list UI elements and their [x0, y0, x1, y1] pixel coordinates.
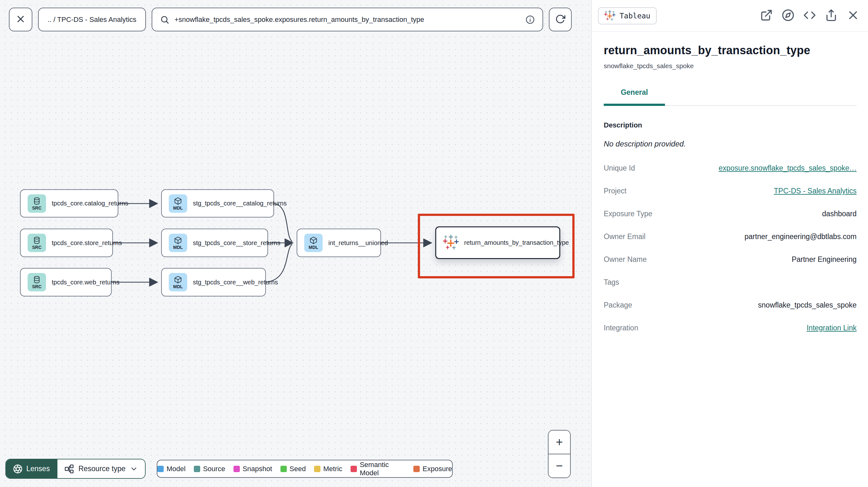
tableau-logo-plus: +	[610, 18, 614, 21]
zoom-control: + −	[548, 430, 571, 478]
legend-swatch	[157, 466, 164, 472]
node-label: tpcds_core.catalog_returns	[52, 200, 128, 207]
detail-row-link[interactable]: Integration Link	[807, 324, 857, 332]
node-label: int_returns__unioned	[328, 239, 388, 247]
chip-label: MDL	[173, 245, 183, 250]
detail-row-link[interactable]: TPC-DS - Sales Analytics	[774, 187, 857, 195]
lineage-node-model[interactable]: MDLint_returns__unioned	[297, 229, 381, 257]
share-button[interactable]	[825, 9, 838, 23]
detail-row: Tags	[604, 271, 857, 294]
node-label: stg_tpcds_core__web_returns	[193, 279, 278, 286]
lineage-node-model[interactable]: MDLstg_tpcds_core__web_returns	[161, 268, 266, 296]
view-code-button[interactable]	[803, 9, 816, 23]
open-external-button[interactable]	[760, 9, 773, 23]
lineage-search	[152, 8, 543, 31]
chip-label: SRC	[32, 206, 41, 210]
legend-item: Metric	[314, 465, 342, 473]
legend-swatch	[350, 466, 357, 472]
selected-node-highlight	[418, 214, 575, 279]
legend-label: Metric	[323, 465, 342, 473]
legend-swatch	[280, 466, 287, 472]
node-label: stg_tpcds_core__catalog_returns	[193, 200, 287, 207]
compass-icon	[782, 9, 795, 23]
lineage-node-source[interactable]: SRCtpcds_core.store_returns	[20, 229, 113, 257]
legend-swatch	[413, 466, 420, 472]
detail-row-label: Package	[604, 301, 632, 310]
detail-rows: Unique Idexposure.snowflake_tpcds_sales_…	[604, 157, 857, 339]
legend-swatch	[234, 466, 240, 472]
zoom-out-button[interactable]: −	[549, 454, 570, 478]
legend-label: Exposure	[423, 465, 452, 473]
legend-label: Source	[203, 465, 225, 473]
node-label: stg_tpcds_core__store_returns	[193, 239, 280, 247]
lens-controls: Lenses Resource type	[5, 459, 146, 479]
model-chip-icon: MDL	[169, 234, 187, 252]
zoom-in-button[interactable]: +	[549, 430, 570, 454]
node-label: tpcds_core.store_returns	[52, 239, 122, 247]
tab-general[interactable]: General	[604, 88, 665, 106]
detail-row-value: partner_engineering@dbtlabs.com	[745, 232, 857, 241]
search-icon	[160, 15, 169, 24]
close-icon	[15, 13, 26, 25]
detail-row-value: Partner Engineering	[792, 255, 857, 264]
chip-label: MDL	[173, 284, 183, 289]
tableau-logo-plus: +	[608, 9, 612, 14]
resource-type-dropdown[interactable]: Resource type	[57, 459, 145, 478]
lineage-node-source[interactable]: SRCtpcds_core.catalog_returns	[20, 189, 118, 218]
detail-row: Packagesnowflake_tpcds_sales_spoke	[604, 294, 857, 317]
chip-label: SRC	[32, 245, 41, 250]
lineage-node-model[interactable]: MDLstg_tpcds_core__catalog_returns	[161, 189, 274, 218]
lineage-edge	[266, 244, 292, 282]
tableau-logo-plus: +	[612, 10, 615, 13]
node-label: tpcds_core.web_returns	[52, 279, 119, 286]
lenses-label: Lenses	[26, 464, 50, 473]
tableau-logo-icon: ++++++++	[604, 10, 615, 21]
explore-button[interactable]	[782, 9, 795, 23]
panel-body: return_amounts_by_transaction_type snowf…	[592, 32, 868, 339]
info-icon[interactable]	[525, 15, 535, 24]
model-chip-icon: MDL	[304, 234, 323, 252]
details-panel: ++++++++ Tableau return_amounts_by_trans…	[591, 0, 868, 487]
detail-row-link[interactable]: exposure.snowflake_tpcds_sales_spoke…	[719, 164, 857, 172]
legend-swatch	[194, 466, 200, 472]
lineage-topbar: .. / TPC-DS - Sales Analytics	[9, 8, 572, 31]
panel-tabs: General	[604, 88, 857, 106]
detail-row: IntegrationIntegration Link	[604, 317, 857, 339]
legend-label: Seed	[290, 465, 306, 473]
package-subtitle: snowflake_tpcds_sales_spoke	[604, 62, 857, 70]
model-chip-icon: MDL	[169, 194, 187, 213]
detail-row-label: Owner Email	[604, 232, 646, 241]
lineage-node-model[interactable]: MDLstg_tpcds_core__store_returns	[161, 229, 268, 257]
close-panel-button[interactable]	[846, 8, 860, 23]
breadcrumb[interactable]: .. / TPC-DS - Sales Analytics	[38, 8, 146, 31]
description-heading: Description	[604, 121, 857, 129]
detail-row: ProjectTPC-DS - Sales Analytics	[604, 180, 857, 202]
lenses-button[interactable]: Lenses	[6, 459, 57, 478]
resource-type-icon	[64, 464, 74, 474]
detail-row: Owner NamePartner Engineering	[604, 248, 857, 271]
legend-item: Seed	[280, 465, 306, 473]
close-lineage-button[interactable]	[9, 8, 32, 31]
tableau-badge-label: Tableau	[620, 12, 650, 20]
legend-swatch	[314, 466, 320, 472]
detail-row-label: Tags	[604, 278, 619, 287]
search-input[interactable]	[175, 15, 518, 24]
source-chip-icon: SRC	[28, 234, 46, 252]
external-link-icon	[760, 9, 773, 23]
chip-label: SRC	[32, 284, 41, 289]
detail-row-label: Integration	[604, 324, 638, 332]
chip-label: MDL	[309, 245, 318, 250]
detail-row: Unique Idexposure.snowflake_tpcds_sales_…	[604, 157, 857, 180]
app: SRCtpcds_core.catalog_returnsSRCtpcds_co…	[0, 0, 868, 487]
legend-item: Exposure	[413, 465, 452, 473]
chip-label: MDL	[173, 206, 183, 210]
legend-item: Snapshot	[234, 465, 272, 473]
tableau-logo-plus: +	[605, 10, 608, 13]
lineage-node-source[interactable]: SRCtpcds_core.web_returns	[20, 268, 112, 296]
refresh-lineage-button[interactable]	[549, 8, 572, 31]
source-chip-icon: SRC	[28, 194, 46, 213]
panel-actions	[760, 8, 860, 23]
detail-row-label: Unique Id	[604, 164, 635, 172]
lineage-canvas[interactable]: SRCtpcds_core.catalog_returnsSRCtpcds_co…	[0, 0, 591, 487]
detail-row-value: snowflake_tpcds_sales_spoke	[758, 301, 857, 310]
